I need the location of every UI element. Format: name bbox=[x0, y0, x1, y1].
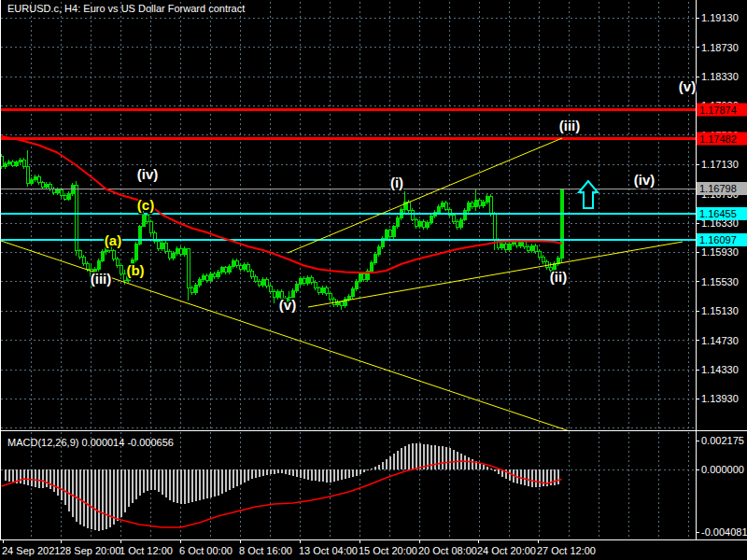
candle-body bbox=[452, 215, 455, 221]
candle-body bbox=[220, 268, 223, 273]
candle-body bbox=[430, 217, 432, 223]
candle-body bbox=[250, 271, 253, 276]
candle-body bbox=[60, 190, 63, 196]
price-axis-label: 1.15530 bbox=[701, 276, 739, 287]
time-axis-label: 20 Oct 08:00 bbox=[418, 545, 477, 556]
candle-body bbox=[4, 163, 7, 167]
candle-body bbox=[403, 202, 406, 209]
price-marker-value: 1.16798 bbox=[699, 183, 737, 194]
wave-label-b[interactable]: (b) bbox=[126, 262, 144, 278]
candle-body bbox=[224, 268, 227, 273]
candle-body bbox=[30, 180, 33, 184]
candle-body bbox=[557, 259, 559, 264]
price-axis-label: 1.15130 bbox=[701, 305, 739, 316]
time-axis-label: 1 Oct 12:00 bbox=[120, 545, 173, 556]
candle-body bbox=[209, 273, 212, 280]
wave-label-ii[interactable]: (ii) bbox=[550, 269, 567, 285]
candle-body bbox=[247, 265, 249, 272]
wave-label-iii[interactable]: (iii) bbox=[559, 118, 581, 133]
candle-body bbox=[392, 227, 395, 237]
candle-body bbox=[11, 161, 14, 165]
time-axis-label: 6 Oct 00:00 bbox=[179, 545, 233, 556]
time-axis-label: 8 Oct 16:00 bbox=[239, 545, 292, 556]
candle-body bbox=[261, 279, 264, 286]
candle-body bbox=[310, 277, 313, 283]
candle-body bbox=[161, 243, 163, 249]
candle-body bbox=[205, 276, 208, 281]
time-axis-label: 13 Oct 04:00 bbox=[299, 545, 358, 556]
candle-body bbox=[362, 273, 365, 279]
candle-body bbox=[56, 190, 59, 193]
price-axis-label: 1.18730 bbox=[701, 42, 739, 53]
candle-body bbox=[41, 183, 44, 188]
candle-body bbox=[45, 184, 48, 188]
candle-body bbox=[530, 245, 533, 251]
price-axis-label: 1.19130 bbox=[701, 12, 739, 23]
candle-body bbox=[239, 266, 242, 270]
macd-indicator-label: MACD(12,26,9) 0.000014 -0.000656 bbox=[7, 437, 174, 448]
price-axis-label: 1.15930 bbox=[701, 246, 739, 258]
macd-scale-label: -0.004081 bbox=[701, 526, 747, 538]
candle-body bbox=[508, 245, 511, 250]
candle-body bbox=[388, 231, 391, 237]
candle-body bbox=[489, 196, 492, 215]
candle-body bbox=[471, 203, 473, 207]
candle-body bbox=[78, 251, 81, 258]
wave-label-iv[interactable]: (iv) bbox=[634, 172, 655, 188]
candle-body bbox=[7, 161, 10, 163]
wave-label-a[interactable]: (a) bbox=[105, 232, 121, 248]
price-axis-label: 1.14730 bbox=[701, 335, 739, 346]
candle-body bbox=[441, 203, 444, 207]
candle-body bbox=[26, 167, 29, 184]
wave-label-i[interactable]: (i) bbox=[390, 175, 403, 190]
candle-body bbox=[396, 218, 399, 227]
candle-body bbox=[493, 215, 496, 241]
price-marker-value: 1.16455 bbox=[699, 208, 737, 219]
price-chart[interactable]: 1.191301.187301.183301.179301.175301.171… bbox=[0, 0, 747, 560]
candle-body bbox=[198, 279, 201, 286]
chart-background[interactable] bbox=[0, 0, 747, 560]
candle-body bbox=[15, 162, 18, 166]
candle-body bbox=[321, 287, 324, 293]
candle-body bbox=[500, 244, 503, 248]
candle-body bbox=[538, 252, 541, 258]
candle-body bbox=[176, 249, 178, 254]
candle-body bbox=[359, 273, 361, 281]
candle-body bbox=[482, 202, 485, 206]
wave-label-iii[interactable]: (iii) bbox=[91, 271, 112, 287]
candle-body bbox=[134, 244, 137, 259]
candle-body bbox=[295, 284, 298, 290]
wave-label-v[interactable]: (v) bbox=[279, 297, 296, 313]
candle-body bbox=[426, 222, 429, 228]
candle-body bbox=[19, 161, 21, 162]
candle-body bbox=[299, 279, 302, 285]
candle-body bbox=[190, 287, 193, 293]
candle-body bbox=[444, 203, 447, 209]
candle-body bbox=[411, 211, 414, 220]
candle-body bbox=[463, 211, 466, 220]
candle-body bbox=[273, 292, 275, 298]
candle-body bbox=[82, 257, 85, 263]
time-axis-label: 24 Oct 20:00 bbox=[477, 545, 536, 556]
price-marker-value: 1.17482 bbox=[699, 133, 737, 145]
candle-body bbox=[157, 242, 160, 249]
wave-label-iv[interactable]: (iv) bbox=[137, 166, 159, 182]
candle-body bbox=[332, 300, 335, 305]
candle-body bbox=[67, 194, 70, 200]
candle-body bbox=[355, 281, 358, 289]
candle-body bbox=[243, 265, 246, 270]
candle-body bbox=[112, 251, 115, 259]
candle-body bbox=[504, 244, 507, 249]
candle-body bbox=[351, 289, 354, 297]
candle-body bbox=[228, 266, 231, 273]
wave-label-c[interactable]: (c) bbox=[137, 197, 154, 213]
candle-body bbox=[474, 201, 477, 207]
price-axis-label: 1.13930 bbox=[701, 393, 739, 404]
price-axis-label: 1.18330 bbox=[701, 71, 739, 82]
candle-body bbox=[187, 249, 190, 288]
candle-body bbox=[116, 259, 119, 266]
wave-label-v[interactable]: (v) bbox=[679, 78, 696, 94]
candle-body bbox=[34, 177, 36, 180]
candle-body bbox=[456, 221, 458, 228]
candle-body bbox=[437, 207, 440, 213]
